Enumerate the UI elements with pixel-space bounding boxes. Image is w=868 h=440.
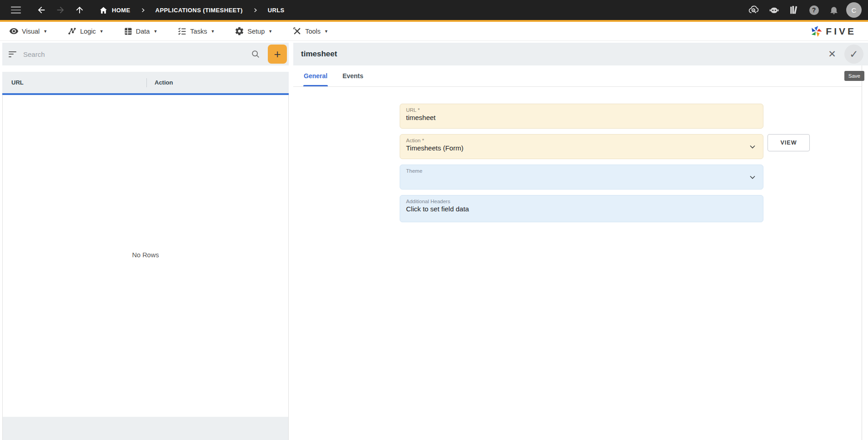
five-pinwheel-icon [809, 24, 823, 39]
up-button[interactable] [72, 2, 87, 18]
table-icon [124, 27, 133, 36]
arrow-forward-icon [55, 5, 65, 15]
main-menu-bar: Visual ▼ Logic ▼ Data ▼ Tasks ▼ Setup ▼ [0, 22, 868, 41]
theme-field-label: Theme [406, 168, 757, 174]
hamburger-menu-button[interactable] [8, 2, 24, 18]
save-tooltip: Save [844, 71, 864, 81]
detail-header-actions: ✕ ✓ [823, 45, 863, 64]
action-field-label: Action * [406, 138, 757, 143]
plus-icon: + [274, 48, 281, 60]
main-content: + URL Action No Rows timesheet ✕ ✓ [0, 41, 868, 440]
url-field-value: timesheet [406, 114, 757, 125]
caret-down-icon: ▼ [153, 29, 157, 34]
back-button[interactable] [34, 2, 49, 18]
robot-icon [768, 5, 780, 16]
caret-down-icon: ▼ [324, 29, 328, 34]
menu-logic[interactable]: Logic ▼ [67, 26, 104, 36]
hamburger-icon [11, 6, 21, 14]
books-icon [788, 5, 800, 16]
detail-tabs: General Events [293, 65, 862, 87]
breadcrumb-applications[interactable]: APPLICATIONS (TIMESHEET) [156, 7, 243, 14]
caret-down-icon: ▼ [268, 29, 272, 34]
arrow-back-icon [36, 5, 46, 15]
brand-wordmark: FIVE [826, 26, 856, 37]
library-button[interactable] [786, 2, 802, 18]
search-icon[interactable] [251, 49, 261, 59]
breadcrumb-home[interactable]: HOME [99, 6, 130, 15]
notifications-button[interactable] [826, 2, 842, 18]
menu-data[interactable]: Data ▼ [124, 27, 158, 36]
logic-flow-icon [67, 26, 77, 36]
bell-icon [829, 5, 839, 15]
home-icon [99, 6, 108, 15]
grid-header: URL Action [2, 72, 289, 93]
close-icon: ✕ [828, 49, 836, 60]
cloud-search-button[interactable] [746, 2, 762, 18]
checklist-icon [177, 26, 187, 36]
action-select[interactable]: Action * Timesheets (Form) [400, 134, 763, 159]
cancel-button[interactable]: ✕ [823, 45, 842, 64]
save-button[interactable]: ✓ [844, 45, 863, 64]
breadcrumb: HOME APPLICATIONS (TIMESHEET) URLS [99, 6, 285, 15]
additional-headers-label: Additional Headers [406, 199, 757, 204]
forward-button[interactable] [53, 2, 68, 18]
breadcrumb-urls[interactable]: URLS [268, 7, 285, 14]
eye-icon [9, 26, 19, 36]
url-detail-panel: timesheet ✕ ✓ Save General Events URL * … [293, 43, 868, 440]
tab-general[interactable]: General [303, 65, 328, 86]
url-list-panel: + URL Action No Rows [2, 43, 289, 440]
scrollbar-track[interactable] [862, 65, 868, 440]
menu-tasks[interactable]: Tasks ▼ [177, 26, 215, 36]
topbar-right-icons: ? C [746, 2, 862, 18]
caret-down-icon: ▼ [211, 29, 215, 34]
filter-icon[interactable] [9, 51, 18, 57]
column-header-action[interactable]: Action [147, 79, 173, 86]
search-input[interactable] [23, 50, 248, 58]
grid-body: No Rows [2, 95, 289, 417]
action-row: Action * Timesheets (Form) VIEW [400, 134, 868, 159]
breadcrumb-chevron-icon [253, 8, 258, 13]
column-header-url[interactable]: URL [2, 79, 146, 86]
empty-state-text: No Rows [132, 251, 159, 259]
top-navigation-bar: HOME APPLICATIONS (TIMESHEET) URLS [0, 0, 868, 20]
menu-tools[interactable]: Tools ▼ [292, 26, 328, 36]
theme-field-value [406, 175, 757, 179]
tab-events[interactable]: Events [342, 65, 364, 86]
breadcrumb-chevron-icon [140, 8, 146, 13]
record-title: timesheet [301, 50, 337, 59]
chevron-down-icon [748, 142, 757, 151]
additional-headers-value: Click to set field data [406, 205, 757, 217]
five-brand-logo: FIVE [809, 24, 856, 39]
menu-visual[interactable]: Visual ▼ [9, 26, 47, 36]
grid-footer [2, 417, 289, 440]
url-field[interactable]: URL * timesheet [400, 104, 763, 129]
arrow-up-icon [75, 5, 85, 15]
help-button[interactable]: ? [806, 2, 822, 18]
user-avatar[interactable]: C [846, 2, 862, 18]
theme-select[interactable]: Theme [400, 165, 763, 190]
additional-headers-field[interactable]: Additional Headers Click to set field da… [400, 195, 763, 222]
detail-header: timesheet ✕ ✓ [293, 43, 868, 65]
assistant-bot-button[interactable] [766, 2, 782, 18]
view-action-button[interactable]: VIEW [768, 134, 810, 151]
tools-icon [292, 26, 302, 36]
menu-setup[interactable]: Setup ▼ [235, 26, 272, 36]
caret-down-icon: ▼ [100, 29, 104, 34]
cloud-search-icon [748, 4, 760, 16]
url-field-label: URL * [406, 107, 757, 113]
search-bar: + [2, 43, 289, 65]
action-field-value: Timesheets (Form) [406, 144, 757, 156]
caret-down-icon: ▼ [43, 29, 47, 34]
check-icon: ✓ [849, 48, 858, 60]
chevron-down-icon [748, 173, 757, 182]
add-url-button[interactable]: + [268, 45, 287, 64]
help-icon: ? [809, 5, 819, 15]
history-nav [34, 2, 87, 18]
gear-icon [235, 26, 244, 36]
detail-form: URL * timesheet Action * Timesheets (For… [293, 87, 868, 222]
